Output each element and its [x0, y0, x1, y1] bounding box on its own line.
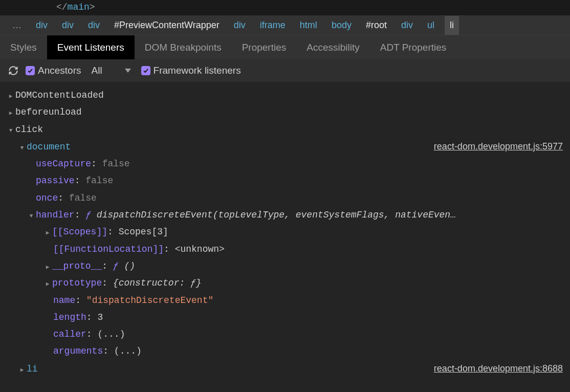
property-row[interactable]: caller: (...)	[7, 326, 570, 343]
breadcrumb-item[interactable]: #root	[359, 20, 394, 31]
chevron-down-icon	[125, 69, 131, 73]
event-row[interactable]: beforeunload	[7, 104, 570, 121]
event-row[interactable]: DOMContentLoaded	[7, 87, 570, 104]
source-link[interactable]: react-dom.development.js:5977	[434, 138, 570, 155]
filter-dropdown[interactable]: All	[88, 65, 134, 76]
breadcrumb-item[interactable]: #PreviewContentWrapper	[107, 20, 227, 31]
property-row[interactable]: prototype: {constructor: ƒ}	[7, 275, 570, 292]
listener-target-row[interactable]: document react-dom.development.js:5977	[7, 138, 570, 156]
disclosure-triangle-icon[interactable]	[44, 275, 51, 292]
event-listeners-tree: DOMContentLoaded beforeunload click docu…	[0, 82, 570, 378]
event-listeners-toolbar: Ancestors All Framework listeners	[0, 59, 570, 82]
filter-dropdown-label: All	[91, 65, 102, 76]
disclosure-triangle-icon[interactable]	[18, 139, 26, 156]
listener-target-row[interactable]: li react-dom.development.js:8688	[7, 360, 570, 378]
property-row: length: 3	[7, 309, 570, 326]
ancestors-label: Ancestors	[38, 65, 81, 76]
tab-adt-properties[interactable]: ADT Properties	[370, 35, 457, 59]
disclosure-triangle-icon[interactable]	[44, 224, 51, 241]
checkbox-checked-icon	[141, 66, 150, 75]
disclosure-triangle-icon[interactable]	[44, 258, 51, 275]
disclosure-triangle-icon[interactable]	[7, 104, 14, 121]
property-row[interactable]: arguments: (...)	[7, 343, 570, 360]
property-row[interactable]: __proto__: ƒ ()	[7, 258, 570, 275]
source-link[interactable]: react-dom.development.js:8688	[434, 360, 570, 377]
refresh-icon[interactable]	[8, 66, 18, 76]
disclosure-triangle-icon[interactable]	[18, 361, 26, 378]
tab-styles[interactable]: Styles	[0, 35, 47, 59]
property-row: name: "dispatchDiscreteEvent"	[7, 292, 570, 309]
disclosure-triangle-icon[interactable]	[28, 207, 35, 224]
framework-listeners-checkbox[interactable]: Framework listeners	[141, 65, 241, 76]
source-line: </main>	[0, 0, 570, 15]
checkbox-checked-icon	[26, 66, 35, 75]
tab-accessibility[interactable]: Accessibility	[296, 35, 369, 59]
ancestors-checkbox[interactable]: Ancestors	[26, 65, 81, 76]
disclosure-triangle-icon[interactable]	[7, 87, 14, 104]
breadcrumb: … div div div #PreviewContentWrapper div…	[0, 15, 570, 35]
tab-event-listeners[interactable]: Event Listeners	[47, 35, 135, 59]
breadcrumb-item[interactable]: div	[227, 20, 253, 31]
framework-listeners-label: Framework listeners	[154, 65, 241, 76]
panel-tabs: Styles Event Listeners DOM Breakpoints P…	[0, 35, 570, 59]
breadcrumb-item[interactable]: body	[324, 20, 359, 31]
property-row[interactable]: [[Scopes]]: Scopes[3]	[7, 224, 570, 241]
tab-properties[interactable]: Properties	[232, 35, 297, 59]
breadcrumb-item-selected[interactable]: li	[445, 16, 459, 35]
breadcrumb-item[interactable]: ul	[420, 20, 442, 31]
breadcrumb-item[interactable]: div	[394, 20, 420, 31]
property-row: once: false	[7, 190, 570, 207]
breadcrumb-item[interactable]: html	[293, 20, 324, 31]
breadcrumb-ellipsis[interactable]: …	[5, 20, 29, 31]
breadcrumb-item[interactable]: div	[29, 20, 55, 31]
disclosure-triangle-icon[interactable]	[7, 121, 14, 138]
event-row-click[interactable]: click	[7, 121, 570, 138]
breadcrumb-item[interactable]: div	[81, 20, 107, 31]
tab-dom-breakpoints[interactable]: DOM Breakpoints	[135, 35, 232, 59]
property-row: [[FunctionLocation]]: <unknown>	[7, 241, 570, 258]
property-row: useCapture: false	[7, 156, 570, 172]
property-row: passive: false	[7, 172, 570, 189]
handler-row[interactable]: handler: ƒ dispatchDiscreteEvent(topLeve…	[7, 207, 570, 224]
breadcrumb-item[interactable]: iframe	[253, 20, 293, 31]
breadcrumb-item[interactable]: div	[55, 20, 81, 31]
